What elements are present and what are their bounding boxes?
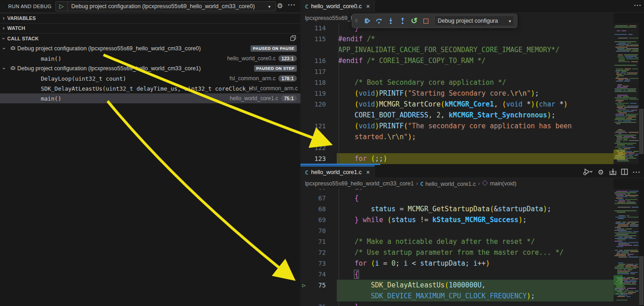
call-stack-section-header[interactable]: › CALL STACK [0,33,300,43]
code-line[interactable]: 74 { [300,269,614,280]
code-line[interactable]: 121 (void)PRINTF("The secondary core app… [300,121,614,131]
code-line[interactable]: 67 { [300,193,614,204]
editor-actions: ⚙ ··· [583,168,641,178]
top-editor-hscrollbar[interactable] [300,164,380,165]
variables-section-header[interactable]: › VARIABLES [0,13,300,23]
line-number[interactable]: 67 [300,193,326,204]
copy-call-stack-icon[interactable] [290,35,296,41]
gear-icon[interactable]: ⚙ [597,168,605,178]
debug-session-row[interactable]: ›Debug project configuration (lpcxpresso… [0,63,300,73]
sidebar-toolbar: RUN AND DEBUG ▷ Debug project configurat… [0,0,300,13]
line-number[interactable]: 76 [300,301,326,306]
chevron-down-icon: ▾ [509,19,511,24]
restart-icon[interactable]: ↺ [408,15,420,27]
line-number[interactable]: 71 [300,236,326,247]
code-text: for (i = 0; i < startupData; i++) [338,258,490,269]
line-number[interactable]: 123 [300,153,326,164]
code-line[interactable]: 75▷ SDK_DelayAtLeastUs(1000000U, [300,280,614,291]
code-line[interactable]: 73 for (i = 0; i < startupData; i++) [300,258,614,269]
code-line[interactable]: APP_INVALIDATE_CACHE_FOR_SECONDARY_CORE_… [300,44,614,55]
start-debug-icon[interactable]: ▷ [56,2,68,11]
close-icon[interactable]: × [366,3,370,10]
code-line[interactable]: 119 (void)PRINTF("Starting Secondary cor… [300,88,614,99]
line-number[interactable]: 114 [300,24,326,34]
stack-frame-row[interactable]: DelayLoop(uint32_t count)fsl_common_arm.… [0,73,300,83]
frame-location-badge: 178:1 [278,75,297,82]
breadcrumb-item[interactable]: lpcxpresso55s69_hello_world_cm33_core1 [305,180,414,187]
code-line[interactable]: 71 /* Make a noticable delay after the r… [300,236,614,247]
code-text: { [338,269,359,280]
code-line[interactable]: 123 for (;;) [300,153,614,164]
code-line[interactable]: 117 [300,66,614,77]
line-number[interactable]: 73 [300,258,326,269]
bottom-editor-scrollbar[interactable] [639,256,644,305]
breadcrumb-item[interactable]: main(void) [482,180,516,187]
stack-frame-row[interactable]: SDK_DelayAtLeastUs(uint32_t delayTime_us… [0,83,300,93]
session-name: Debug project configuration (lpcxpresso5… [17,65,254,72]
code-line[interactable]: SDK_DEVICE_MAXIMUM_CPU_CLOCK_FREQUENCY); [300,291,614,301]
top-code-editor[interactable]: 114 }115#endif /*APP_INVALIDATE_CACHE_FO… [300,24,614,164]
debug-config-label[interactable]: Debug project configuration (lpcxpresso5… [68,3,268,10]
code-line[interactable]: 72 /* Use startup parameter from the mas… [300,247,614,258]
bottom-code-editor[interactable]: 66 do67 {68 status = MCMGR_GetStartupDat… [300,189,614,306]
indent-guide [339,189,339,306]
step-into-icon[interactable] [385,15,397,27]
download-icon[interactable] [609,168,617,177]
line-number[interactable]: 116 [300,55,326,66]
more-actions-icon[interactable]: ··· [634,2,642,9]
code-line[interactable]: 122 [300,142,614,153]
code-line[interactable]: 115#endif /* [300,34,614,44]
step-over-icon[interactable] [373,15,385,27]
split-editor-icon[interactable] [621,168,628,177]
tab-hello-world-core1[interactable]: C hello_world_core1.c × [300,165,375,178]
line-number[interactable]: 122 [300,142,326,153]
line-number[interactable]: 118 [300,77,326,88]
code-line[interactable]: 76 } [300,301,614,306]
stack-frame-row[interactable]: main()hello_world_core1.c75:1 [0,93,300,103]
grip-icon[interactable]: ⠿ [355,19,361,23]
code-line[interactable]: 69 } while (status != kStatus_MCMGR_Succ… [300,214,614,225]
line-number[interactable]: 120 [300,99,326,110]
tab-hello-world-core0[interactable]: C hello_world_core0.c × [300,0,375,13]
code-text: started.\r\n"); [338,131,416,142]
debug-session-row[interactable]: ›Debug project configuration (lpcxpresso… [0,44,300,53]
frame-function: main() [0,95,230,102]
watch-section-header[interactable]: › WATCH [0,23,300,33]
line-number[interactable]: 72 [300,247,326,258]
line-number[interactable]: 74 [300,269,326,280]
step-out-icon[interactable] [397,15,408,27]
code-line[interactable]: 68 status = MCMGR_GetStartupData(&startu… [300,204,614,214]
line-number[interactable]: 69 [300,214,326,225]
run-or-debug-icon[interactable] [583,168,593,177]
line-number[interactable]: 68 [300,204,326,214]
code-line[interactable]: 66 do [300,189,614,193]
close-icon[interactable]: × [366,169,370,176]
gear-icon[interactable]: ⚙ [275,1,285,11]
code-text: /* Use startup parameter from the master… [338,247,564,258]
focused-stack-frame-icon: ▷ [302,280,305,291]
code-line[interactable]: started.\r\n"); [300,131,614,142]
code-line[interactable]: 70 [300,225,614,236]
more-actions-icon[interactable]: ··· [632,168,641,178]
breadcrumb-item[interactable]: Chello_world_core1.c [420,180,476,187]
code-line[interactable]: CORE1_BOOT_ADDRESS, 2, kMCMGR_Start_Sync… [300,110,614,121]
debug-config-dropdown[interactable]: ▷ Debug project configuration (lpcxpress… [55,1,276,11]
code-line[interactable]: 118 /* Boot Secondary core application *… [300,77,614,88]
top-minimap[interactable] [614,24,639,164]
top-editor-scrollbar[interactable] [639,109,644,154]
continue-icon[interactable] [361,15,373,27]
stack-frame-row[interactable]: main()hello_world_core0.c123:1 [0,53,300,63]
stop-icon[interactable] [420,15,432,27]
line-number[interactable]: 66 [300,189,326,193]
more-actions-icon[interactable]: ··· [287,0,297,10]
line-number[interactable]: 119 [300,88,326,99]
run-and-debug-sidebar: RUN AND DEBUG ▷ Debug project configurat… [0,0,300,306]
frame-location-badge: 75:1 [281,95,297,102]
code-line[interactable]: 120 (void)MCMGR_StartCore(kMCMGR_Core1, … [300,99,614,110]
line-number[interactable]: 117 [300,66,326,77]
line-number[interactable]: 121 [300,121,326,131]
line-number[interactable]: 70 [300,225,326,236]
code-line[interactable]: 116#endif /* CORE1_IMAGE_COPY_TO_RAM */ [300,55,614,66]
debug-toolbar-config-dropdown[interactable]: Debug project configura ▾ [434,15,514,26]
line-number[interactable]: 115 [300,34,326,44]
